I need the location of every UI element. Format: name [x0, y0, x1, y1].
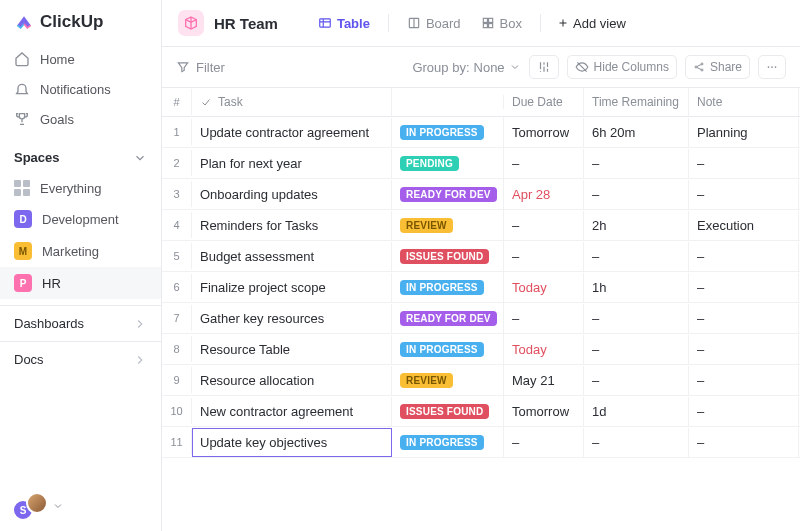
col-note[interactable]: Note — [689, 88, 799, 116]
nav-home[interactable]: Home — [0, 44, 161, 74]
task-name-cell[interactable]: Resource Table — [192, 335, 392, 364]
due-date-cell[interactable]: – — [504, 149, 584, 178]
task-name-cell[interactable]: New contractor agreement — [192, 397, 392, 426]
docs-section[interactable]: Docs — [0, 341, 161, 377]
table-row[interactable]: 3Onboarding updatesREADY FOR DEVApr 28–– — [162, 179, 800, 210]
view-tab-table[interactable]: Table — [316, 12, 372, 35]
time-remaining-cell[interactable]: – — [584, 366, 689, 395]
note-cell[interactable]: – — [689, 180, 799, 209]
add-view-button[interactable]: Add view — [557, 16, 626, 31]
due-date-cell[interactable]: – — [504, 242, 584, 271]
due-date-cell[interactable]: Tomorrow — [504, 118, 584, 147]
col-task[interactable]: Task — [192, 88, 392, 116]
table-row[interactable]: 2Plan for next yearPENDING––– — [162, 148, 800, 179]
note-cell[interactable]: – — [689, 335, 799, 364]
note-cell[interactable]: – — [689, 242, 799, 271]
dashboards-section[interactable]: Dashboards — [0, 305, 161, 341]
status-cell[interactable]: READY FOR DEV — [392, 179, 504, 209]
time-remaining-cell[interactable]: – — [584, 428, 689, 457]
task-name-cell[interactable]: Plan for next year — [192, 149, 392, 178]
note-cell[interactable]: – — [689, 397, 799, 426]
time-remaining-cell[interactable]: 1h — [584, 273, 689, 302]
avatar[interactable] — [26, 492, 48, 514]
due-date-cell[interactable]: May 21 — [504, 366, 584, 395]
status-cell[interactable]: IN PROGRESS — [392, 334, 504, 364]
table-row[interactable]: 4Reminders for TasksREVIEW–2hExecution — [162, 210, 800, 241]
view-tab-board[interactable]: Board — [405, 12, 463, 35]
task-name-cell[interactable]: Gather key resources — [192, 304, 392, 333]
task-name-cell[interactable]: Budget assessment — [192, 242, 392, 271]
space-everything[interactable]: Everything — [0, 173, 161, 203]
due-date-cell[interactable]: – — [504, 428, 584, 457]
col-time[interactable]: Time Remaining — [584, 88, 689, 116]
more-button[interactable] — [758, 55, 786, 79]
note-cell[interactable]: – — [689, 273, 799, 302]
time-remaining-cell[interactable]: – — [584, 180, 689, 209]
due-date-cell[interactable]: – — [504, 304, 584, 333]
space-item-hr[interactable]: PHR — [0, 267, 161, 299]
note-cell[interactable]: – — [689, 428, 799, 457]
note-cell[interactable]: Execution — [689, 211, 799, 240]
row-number: 10 — [162, 398, 192, 424]
table-row[interactable]: 7Gather key resourcesREADY FOR DEV––– — [162, 303, 800, 334]
time-remaining-cell[interactable]: – — [584, 335, 689, 364]
time-remaining-cell[interactable]: 2h — [584, 211, 689, 240]
note-cell[interactable]: Planning — [689, 118, 799, 147]
table-row[interactable]: 9Resource allocationREVIEWMay 21–– — [162, 365, 800, 396]
status-cell[interactable]: IN PROGRESS — [392, 117, 504, 147]
sort-settings-button[interactable] — [529, 55, 559, 79]
note-cell[interactable]: – — [689, 366, 799, 395]
spaces-header-label: Spaces — [14, 150, 60, 165]
task-name-cell[interactable]: Update contractor agreement — [192, 118, 392, 147]
table-row[interactable]: 10New contractor agreementISSUES FOUNDTo… — [162, 396, 800, 427]
table-row[interactable]: 11Update key objectivesIN PROGRESS––– — [162, 427, 800, 458]
filter-button[interactable]: Filter — [176, 60, 225, 75]
time-remaining-cell[interactable]: 6h 20m — [584, 118, 689, 147]
col-status[interactable] — [392, 95, 504, 109]
status-cell[interactable]: IN PROGRESS — [392, 427, 504, 457]
spaces-header[interactable]: Spaces — [0, 142, 161, 173]
note-cell[interactable]: – — [689, 149, 799, 178]
note-cell[interactable]: – — [689, 304, 799, 333]
team-badge[interactable] — [178, 10, 204, 36]
time-remaining-cell[interactable]: – — [584, 242, 689, 271]
time-remaining-cell[interactable]: – — [584, 149, 689, 178]
status-cell[interactable]: ISSUES FOUND — [392, 241, 504, 271]
table-row[interactable]: 1Update contractor agreementIN PROGRESST… — [162, 117, 800, 148]
view-tab-box[interactable]: Box — [479, 12, 524, 35]
space-item-marketing[interactable]: MMarketing — [0, 235, 161, 267]
user-avatars[interactable]: S — [0, 482, 161, 532]
nav-goals[interactable]: Goals — [0, 104, 161, 134]
board-icon — [407, 16, 421, 30]
status-cell[interactable]: READY FOR DEV — [392, 303, 504, 333]
task-name-cell[interactable]: Update key objectives — [192, 428, 392, 457]
status-cell[interactable]: PENDING — [392, 148, 504, 178]
task-name-cell[interactable]: Resource allocation — [192, 366, 392, 395]
due-date-cell[interactable]: – — [504, 211, 584, 240]
task-name-cell[interactable]: Finalize project scope — [192, 273, 392, 302]
table-row[interactable]: 5Budget assessmentISSUES FOUND––– — [162, 241, 800, 272]
space-item-development[interactable]: DDevelopment — [0, 203, 161, 235]
nav-notifications[interactable]: Notifications — [0, 74, 161, 104]
page-title: HR Team — [214, 15, 278, 32]
table-row[interactable]: 6Finalize project scopeIN PROGRESSToday1… — [162, 272, 800, 303]
status-cell[interactable]: REVIEW — [392, 210, 504, 240]
status-cell[interactable]: REVIEW — [392, 365, 504, 395]
task-name-cell[interactable]: Reminders for Tasks — [192, 211, 392, 240]
share-button[interactable]: Share — [685, 55, 750, 79]
time-remaining-cell[interactable]: – — [584, 304, 689, 333]
due-date-cell[interactable]: Apr 28 — [504, 180, 584, 209]
time-remaining-cell[interactable]: 1d — [584, 397, 689, 426]
status-cell[interactable]: IN PROGRESS — [392, 272, 504, 302]
task-name-cell[interactable]: Onboarding updates — [192, 180, 392, 209]
due-date-cell[interactable]: Today — [504, 335, 584, 364]
table-row[interactable]: 8Resource TableIN PROGRESSToday–– — [162, 334, 800, 365]
groupby-button[interactable]: Group by: None — [412, 60, 520, 75]
logo[interactable]: ClickUp — [0, 0, 161, 42]
due-date-cell[interactable]: Today — [504, 273, 584, 302]
col-due[interactable]: Due Date — [504, 88, 584, 116]
status-cell[interactable]: ISSUES FOUND — [392, 396, 504, 426]
due-date-cell[interactable]: Tomorrow — [504, 397, 584, 426]
col-num[interactable]: # — [162, 89, 192, 115]
hide-columns-button[interactable]: Hide Columns — [567, 55, 677, 79]
